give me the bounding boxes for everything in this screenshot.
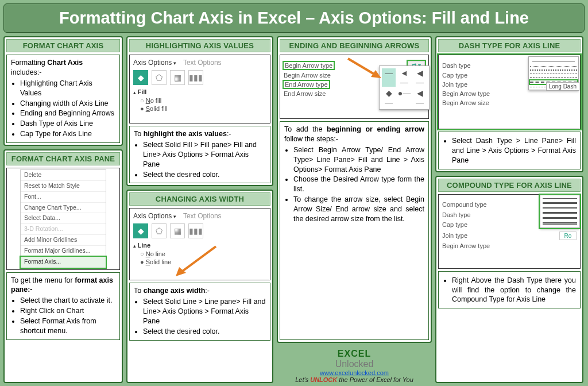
label-dash-type: Dash type (442, 62, 471, 69)
compound-option[interactable] (543, 198, 577, 199)
chart-icon[interactable]: ▮▮▮ (188, 223, 203, 238)
text-body: To change axis width:- Select Solid Line… (129, 283, 270, 340)
label-begin-arrow-type: Begin Arrow type (442, 90, 490, 97)
text-body: To highlight the axis values:- Select So… (129, 126, 270, 183)
context-menu-screenshot: Delete Reset to Match Style Font... Chan… (6, 168, 120, 270)
tab-text-options[interactable]: Text Options (183, 59, 222, 67)
compound-option[interactable] (543, 207, 577, 209)
arrow-type-screenshot: Begin Arrow type⇄ ▾ Begin Arrow size End… (280, 55, 429, 119)
label-end-arrow-size: End Arrow size (284, 90, 326, 97)
compound-type-screenshot: Compound type≡ ▾ Dash type Cap typeFla J… (438, 194, 581, 269)
tab-axis-options[interactable]: Axis Options (133, 59, 176, 67)
section-title: COMPOUND TYPE FOR AXIS LINE (438, 179, 581, 192)
footer-link[interactable]: www.excelunlocked.com (320, 369, 389, 376)
radio-no-line[interactable]: No line (133, 250, 266, 257)
fill-line-icon[interactable]: ◆ (133, 70, 148, 85)
section-title: DASH TYPE FOR AXIS LINE (438, 39, 581, 52)
menu-item[interactable]: Font... (21, 192, 106, 203)
line-group[interactable]: Line (133, 242, 266, 249)
menu-item[interactable]: Add Minor Gridlines (21, 235, 106, 246)
chart-icon[interactable]: ▮▮▮ (188, 70, 203, 85)
section-title: ENDING AND BEGINNING ARROWS (280, 39, 429, 52)
text-body: Right Above the Dash Type there you will… (438, 271, 581, 309)
content-grid: FORMAT CHART AXIS Formatting Chart Axis … (3, 36, 585, 383)
compound-option[interactable] (543, 217, 577, 219)
logo: EXCEL Unlocked (277, 349, 432, 369)
label-begin-arrow-type: Begin Arrow type (284, 62, 334, 69)
effects-icon[interactable]: ⬠ (152, 223, 167, 238)
fill-group[interactable]: Fill (133, 88, 266, 95)
label-join-type: Join type (442, 232, 467, 239)
annotation-arrow-orange (176, 246, 181, 252)
annotation-arrow-orange (348, 59, 354, 64)
card-changing-axis-width: CHANGING AXIS WIDTH Axis Options Text Op… (126, 190, 273, 383)
menu-item[interactable]: Delete (21, 170, 106, 181)
card-dash-type: DASH TYPE FOR AXIS LINE Dash type≡ ▾ Cap… (435, 36, 583, 172)
arrow-option[interactable]: ◄— (397, 68, 411, 87)
label-begin-arrow-type: Begin Arrow type (442, 242, 490, 249)
compound-option[interactable] (543, 222, 577, 225)
section-title: FORMAT CHART AXIS PANE (6, 152, 120, 165)
arrow-option[interactable]: ◆— (382, 88, 396, 107)
dash-option-dash[interactable] (530, 74, 577, 74)
dash-type-screenshot: Dash type≡ ▾ Cap type Join type Begin Ar… (438, 55, 581, 129)
arrow-option[interactable]: ●— (397, 88, 411, 107)
dash-option-dot[interactable] (530, 66, 577, 67)
compound-type-popup (540, 195, 580, 228)
size-icon[interactable]: ▦ (170, 70, 185, 85)
label-compound-type: Compound type (442, 201, 487, 208)
menu-item[interactable]: Format Major Gridlines... (21, 246, 106, 257)
arrow-option[interactable]: ◀— (413, 68, 427, 87)
label-end-arrow-type: End Arrow type (284, 81, 329, 88)
menu-item[interactable]: Select Data... (21, 213, 106, 224)
fill-pane-screenshot: Axis Options Text Options ◆ ⬠ ▦ ▮▮▮ Fill… (129, 55, 270, 123)
label-join-type: Join type (442, 81, 467, 88)
card-format-chart-axis: FORMAT CHART AXIS Formatting Chart Axis … (3, 36, 123, 146)
value-join-type[interactable]: Ro (559, 231, 577, 240)
compound-option[interactable] (543, 212, 577, 214)
label-cap-type: Cap type (442, 72, 467, 79)
line-pane-screenshot: Axis Options Text Options ◆ ⬠ ▦ ▮▮▮ Line… (129, 208, 270, 280)
menu-item[interactable]: Reset to Match Style (21, 181, 106, 192)
section-title: FORMAT CHART AXIS (6, 39, 120, 52)
dash-type-popup: Long Dash (528, 56, 579, 90)
context-menu: Delete Reset to Match Style Font... Chan… (20, 169, 106, 268)
fill-line-icon[interactable]: ◆ (133, 223, 148, 238)
section-title: CHANGING AXIS WIDTH (129, 192, 270, 206)
size-icon[interactable]: ▦ (170, 223, 185, 238)
section-title: HIGHLIGHTING AXIS VALUES (129, 39, 270, 52)
dash-option-square-dot[interactable] (530, 70, 577, 71)
card-format-axis-pane: FORMAT CHART AXIS PANE Delete Reset to M… (3, 149, 123, 383)
radio-no-fill[interactable]: No fill (133, 97, 266, 104)
card-ending-beginning-arrows: ENDING AND BEGINNING ARROWS Begin Arrow … (277, 36, 432, 343)
label-begin-arrow-size: Begin Arrow size (284, 72, 331, 79)
menu-item-disabled: 3-D Rotation... (21, 224, 106, 235)
menu-item[interactable]: Change Chart Type... (21, 203, 106, 214)
label-cap-type: Cap type (442, 221, 467, 228)
tab-text-options[interactable]: Text Options (183, 212, 222, 220)
radio-solid-fill[interactable]: Solid fill (133, 105, 266, 112)
text-body: To add the beginning or ending arrow fol… (280, 121, 429, 340)
effects-icon[interactable]: ⬠ (152, 70, 167, 85)
dash-option-dash-dot[interactable] (530, 77, 577, 78)
footer-branding: EXCEL Unlocked www.excelunlocked.com Let… (277, 349, 432, 383)
dash-tooltip: Long Dash (546, 82, 579, 91)
text-body: Select Dash Type > Line Pane> Fill and L… (438, 132, 581, 169)
arrow-option-none[interactable]: — (382, 68, 396, 87)
text-body: Formatting Chart Axis includes:- Highlig… (6, 55, 120, 143)
text-body: To get the menu for format axis pane:- S… (6, 272, 120, 340)
footer-tagline: Let's UNLOCK the Power of Excel for You (277, 376, 432, 383)
menu-item-format-axis[interactable]: Format Axis... (21, 257, 106, 268)
card-highlight-axis-values: HIGHLIGHTING AXIS VALUES Axis Options Te… (126, 36, 273, 186)
card-compound-type: COMPOUND TYPE FOR AXIS LINE Compound typ… (435, 176, 583, 383)
compound-option[interactable] (543, 202, 577, 204)
arrow-option[interactable]: ◀— (413, 88, 427, 107)
page-title: Formatting Chart Axis in Excel – Axis Op… (3, 3, 585, 33)
tab-axis-options[interactable]: Axis Options (133, 212, 176, 220)
label-begin-arrow-size: Begin Arrow size (442, 99, 489, 106)
dash-option-solid[interactable] (532, 61, 575, 61)
arrow-type-popup: — ◄— ◀— ◆— ●— ◀— (379, 65, 430, 110)
label-dash-type: Dash type (442, 211, 471, 218)
